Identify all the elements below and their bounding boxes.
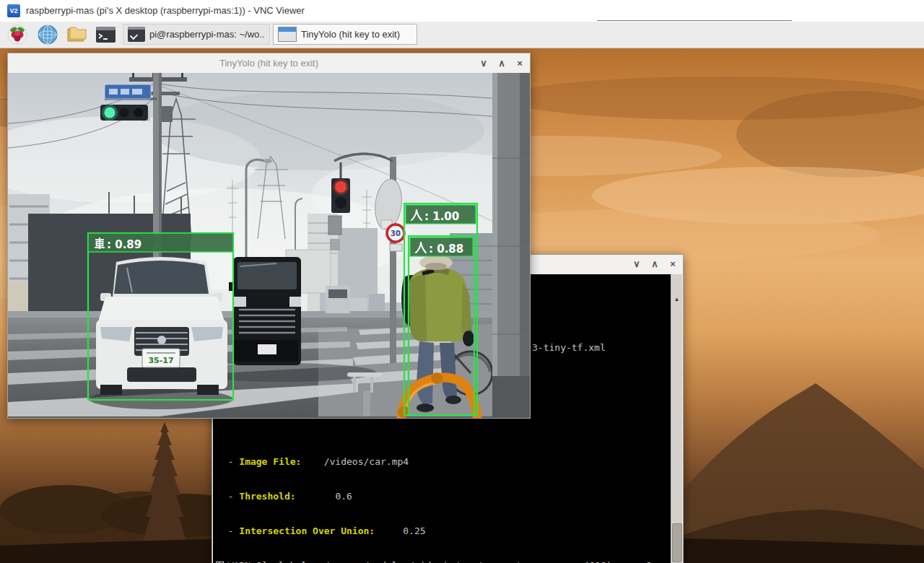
terminal-log: - Image File: /videos/car.mp4 - Threshol… [217, 433, 668, 563]
black-minivan [229, 257, 301, 365]
tinyyolo-titlebar[interactable]: TinyYolo (hit key to exit) ∨ ∧ × [8, 53, 530, 74]
vnc-viewer-window: V2 raspberrypi-mas (pi's X desktop (rasp… [0, 0, 924, 563]
terminal-line: 3-tiny-tf.xml [532, 342, 606, 354]
jeans-left-leg [417, 341, 434, 403]
terminal-mini-icon [128, 27, 145, 42]
vnc-titlebar[interactable]: V2 raspberrypi-mas (pi's X desktop (rasp… [0, 0, 924, 22]
close-icon[interactable]: × [667, 258, 679, 270]
menu-raspberry-icon[interactable] [4, 24, 30, 45]
minimize-icon[interactable]: ∨ [631, 258, 642, 270]
concrete-pillar [492, 73, 530, 416]
detection-score-person-2: : 0.88 [429, 243, 463, 256]
scroll-up-icon[interactable]: ▲ [671, 293, 682, 306]
taskbar: pi@raspberrypi-mas: ~/wo... TinyYolo (hi… [0, 22, 924, 48]
taskbar-item-label: TinyYolo (hit key to exit) [301, 29, 400, 40]
scroll-down-icon[interactable]: ▼ [671, 560, 682, 563]
speed-limit-value: 30 [391, 230, 401, 237]
tinyyolo-window[interactable]: TinyYolo (hit key to exit) ∨ ∧ × [7, 53, 531, 419]
maximize-icon[interactable]: ∧ [649, 258, 661, 270]
window-mini-icon [278, 27, 297, 42]
detection-score-car: : 0.89 [107, 238, 141, 251]
red-pedestrian-light [335, 181, 346, 193]
green-light [105, 108, 116, 118]
web-browser-icon[interactable] [35, 24, 61, 45]
taskbar-item-terminal[interactable]: pi@raspberrypi-mas: ~/wo... [123, 24, 270, 45]
close-icon[interactable]: × [514, 58, 526, 69]
file-manager-icon[interactable] [64, 24, 90, 45]
minimize-icon[interactable]: ∨ [478, 58, 489, 69]
taskbar-item-label: pi@raspberrypi-mas: ~/wo... [149, 29, 265, 40]
remote-desktop: pi@raspberrypi-mas: ~/wo... TinyYolo (hi… [0, 22, 924, 563]
scrollbar-thumb[interactable] [672, 523, 682, 562]
vnc-toolbar-line [597, 20, 792, 21]
terminal-line: - Threshold: 0.6 [217, 491, 668, 502]
street-scene: 35-17 30 [8, 73, 530, 418]
terminal-scrollbar[interactable]: ▲ ▼ [671, 274, 682, 563]
taskbar-item-tinyyolo[interactable]: TinyYolo (hit key to exit) [273, 24, 417, 45]
detection-score-person-1: : 1.00 [424, 210, 459, 223]
terminal-line: [ WARN:0] global ../opencv/modules/video… [217, 560, 668, 563]
tinyyolo-video-frame[interactable]: 35-17 30 [8, 73, 530, 418]
license-plate: 35-17 [148, 356, 173, 365]
terminal-launcher-icon[interactable] [92, 24, 118, 45]
tinyyolo-window-title: TinyYolo (hit key to exit) [8, 53, 530, 73]
terminal-line: - Image File: /videos/car.mp4 [217, 456, 668, 468]
terminal-line: - Intersection Over Union: 0.25 [217, 525, 668, 537]
vnc-app-icon: V2 [7, 4, 20, 17]
vnc-window-title: raspberrypi-mas (pi's X desktop (raspber… [26, 0, 305, 22]
kanji-car-glyph [95, 237, 105, 249]
maximize-icon[interactable]: ∧ [496, 58, 507, 69]
